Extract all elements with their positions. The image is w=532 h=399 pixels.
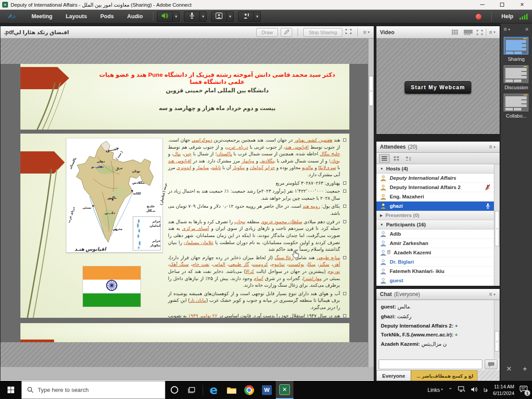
map-label-bangladesh: بنگلادش: [132, 181, 145, 185]
attendee-row[interactable]: guest: [376, 276, 494, 285]
layout-thumbnail[interactable]: [504, 65, 528, 83]
share-pod-menu-icon[interactable]: ≡▼: [363, 29, 370, 36]
map-label-deccan: دکــــن: [105, 211, 115, 215]
attendees-pod-menu-icon[interactable]: ≡▼: [489, 144, 496, 150]
participant-icon: [380, 268, 387, 275]
restore-button[interactable]: [492, 0, 512, 10]
search-placeholder: Type here to search: [38, 387, 89, 393]
raise-hand-icon: [243, 12, 250, 21]
menu-meeting[interactable]: Meeting: [25, 10, 59, 23]
start-button[interactable]: [0, 381, 21, 399]
chat-scrollbar[interactable]: ≡: [494, 300, 500, 359]
filmstrip-view-icon[interactable]: [463, 29, 473, 36]
file-explorer-taskbar-icon[interactable]: [223, 381, 240, 399]
attendee-group-header[interactable]: ▶Presenters (0): [376, 211, 494, 220]
layout-item-discussion[interactable]: Discussion: [504, 65, 529, 90]
rail-add-layout-icon[interactable]: +: [523, 365, 527, 373]
menu-audio[interactable]: Audio: [121, 10, 149, 23]
layout-thumbnail[interactable]: [504, 37, 528, 55]
chat-pod: Chat (Everyone) ≡▼ guest: سلام.ghazi: تش…: [376, 288, 500, 381]
attendee-row[interactable]: Eng. Mazaheri: [376, 192, 494, 201]
slide2-bullet: هند هفتمین کشور پهناور در جهان است. هند …: [168, 137, 346, 178]
layout-item-sharing[interactable]: Sharing: [504, 37, 529, 62]
layout-thumbnail[interactable]: [504, 94, 528, 111]
mic-active-icon[interactable]: [485, 203, 490, 209]
rail-tools-icon[interactable]: ✕: [506, 365, 512, 373]
raise-hand-dropdown[interactable]: ▼: [254, 12, 261, 22]
minimize-button[interactable]: [472, 0, 492, 10]
attendees-scrollbar-thumb[interactable]: ≡: [495, 211, 499, 246]
attendee-breakout-view-icon[interactable]: [391, 154, 402, 163]
document-viewport[interactable]: دکتر سید محمد قاضی دانش آموخته رشته فیزی…: [0, 64, 368, 342]
fullscreen-icon[interactable]: [345, 28, 352, 36]
chat-scrollbar-thumb[interactable]: ≡: [495, 331, 499, 352]
video-fullscreen-icon[interactable]: [476, 29, 483, 36]
adobe-connect-taskbar-icon[interactable]: ✕: [276, 381, 293, 399]
attendee-row[interactable]: Deputy International Affairs: [376, 174, 494, 183]
attendee-group-header[interactable]: ▼Participants (16): [376, 220, 494, 229]
chat-tab-everyone[interactable]: Everyone: [376, 370, 411, 381]
attendee-group-header[interactable]: ▼Hosts (4): [376, 164, 494, 174]
chat-tab-private[interactable]: ... رضای‌فاطمه جسک و غل: [411, 370, 477, 381]
cortana-button[interactable]: [165, 381, 183, 399]
attendee-row[interactable]: Dr. Biglari: [376, 257, 494, 267]
taskbar-search[interactable]: Type here to search: [21, 381, 165, 399]
attendee-row[interactable]: Fatemeh Khanlari- ikiu: [376, 267, 494, 276]
slide-1: دکتر سید محمد قاضی دانش آموخته رشته فیزی…: [20, 64, 349, 130]
share-scrollbar[interactable]: ≡: [368, 39, 374, 367]
attendee-status-view-icon[interactable]: [403, 154, 414, 163]
raise-hand-button[interactable]: ▼: [238, 12, 261, 22]
menu-layouts[interactable]: Layouts: [59, 10, 94, 23]
chat-message: Azadeh Kazemi: ستی‌لازم ن: [376, 339, 494, 349]
network-icon[interactable]: [458, 386, 466, 394]
action-center-button[interactable]: 1: [520, 386, 528, 394]
chat-message-input[interactable]: [379, 359, 482, 369]
chat-pod-menu-icon[interactable]: ≡▼: [489, 291, 496, 297]
language-indicator[interactable]: فا: [483, 387, 487, 393]
webcam-dropdown[interactable]: ▼: [227, 12, 234, 22]
mic-blocked-icon[interactable]: [485, 184, 490, 191]
menu-pods[interactable]: Pods: [94, 10, 121, 23]
attendee-name: Amir Zarkeshan: [390, 241, 428, 246]
draw-button[interactable]: Draw: [256, 28, 278, 37]
layout-item-collabo[interactable]: Collabo...: [504, 94, 529, 119]
chat-sender: guest:: [381, 304, 396, 309]
speaker-button[interactable]: ▼: [157, 12, 180, 22]
attendee-row[interactable]: ghazi: [376, 201, 494, 211]
send-message-button[interactable]: [485, 359, 497, 369]
links-toolbar[interactable]: Links»: [427, 387, 443, 393]
attendee-row[interactable]: Amir Zarkeshan: [376, 239, 494, 248]
taskbar-clock[interactable]: 11:14 AM 6/11/2024: [493, 383, 514, 397]
help-menu[interactable]: Help: [501, 13, 513, 20]
edge-taskbar-icon[interactable]: e: [205, 381, 223, 399]
microphone-dropdown[interactable]: ▼: [200, 12, 207, 22]
volume-icon[interactable]: [471, 386, 478, 394]
stop-sharing-button[interactable]: Stop Sharing: [303, 28, 342, 37]
pointer-pen-icon[interactable]: [281, 28, 292, 37]
attendee-row[interactable]: Adib: [376, 229, 494, 239]
start-webcam-button[interactable]: Start My Webcam: [405, 81, 471, 94]
rail-menu-icon[interactable]: ≡▼: [504, 26, 511, 32]
grid-view-icon[interactable]: [451, 29, 460, 36]
map-label-new-delhi: دهلی نو: [91, 165, 103, 169]
microphone-button[interactable]: ▼: [184, 12, 207, 22]
video-pod-menu-icon[interactable]: ≡▼: [489, 29, 496, 36]
attendee-list-view-icon[interactable]: [379, 154, 390, 163]
webcam-button[interactable]: ▼: [211, 12, 234, 22]
attendee-row[interactable]: Azadeh Kazemi: [376, 248, 494, 257]
chat-messages: guest: سلام.ghazi: تشكرDeputy Internatio…: [376, 300, 494, 359]
share-scrollbar-thumb[interactable]: ≡: [369, 76, 373, 106]
rail-close-icon[interactable]: ✕: [525, 27, 529, 32]
attendee-row[interactable]: Deputy International Affairs 2: [376, 183, 494, 192]
chat-message: ghazi: تشكر: [376, 312, 494, 321]
ashoka-chakra-icon: [106, 280, 118, 293]
task-view-button[interactable]: [183, 381, 201, 399]
chrome-taskbar-icon[interactable]: [240, 381, 258, 399]
map-label-andaman: جزایر آندامان: [145, 219, 160, 228]
attendees-scrollbar[interactable]: ≡: [494, 164, 500, 286]
word-taskbar-icon[interactable]: W: [258, 381, 276, 399]
map-label-kolkata: کلکته: [133, 192, 141, 195]
close-button[interactable]: ✕: [512, 0, 532, 10]
speaker-dropdown[interactable]: ▼: [173, 12, 180, 22]
hidden-icons-chevron[interactable]: ⌃: [448, 387, 452, 393]
